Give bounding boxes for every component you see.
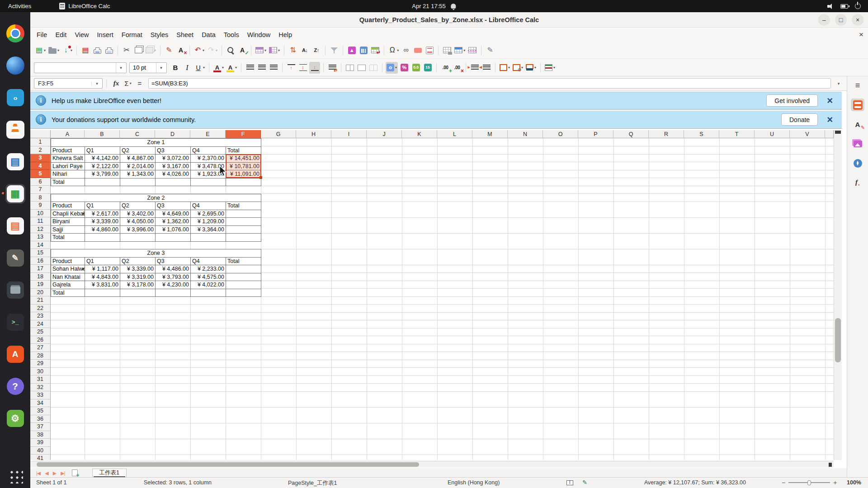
- sort-descending-button[interactable]: Z↑: [311, 44, 322, 56]
- dock-item-settings[interactable]: ⚙: [5, 408, 25, 428]
- vertical-scrollbar-thumb[interactable]: [835, 318, 841, 362]
- format-as-number-button[interactable]: 0.0: [410, 62, 421, 74]
- menu-format[interactable]: Format: [118, 29, 146, 40]
- header-cell[interactable]: Q3: [156, 258, 191, 266]
- dock-item-chrome[interactable]: [5, 23, 25, 43]
- zoom-percent-label[interactable]: 100%: [847, 479, 861, 486]
- system-tray[interactable]: [827, 3, 861, 9]
- row-header-10[interactable]: 10: [30, 210, 50, 218]
- maximize-button[interactable]: □: [835, 14, 847, 26]
- menu-styles[interactable]: Styles: [146, 29, 173, 40]
- value-cell[interactable]: ¥ 1,076.00: [156, 226, 191, 234]
- align-center-button[interactable]: [256, 62, 267, 74]
- name-box-dropdown-icon[interactable]: ▾: [91, 81, 102, 86]
- header-cell[interactable]: Q2: [120, 147, 156, 155]
- expand-formula-bar-icon[interactable]: ▾: [833, 81, 844, 86]
- value-cell[interactable]: ¥ 3,072.00: [156, 155, 191, 163]
- value-cell[interactable]: ¥ 4,843.00: [85, 273, 120, 282]
- dock-item-gimp[interactable]: ✎: [5, 248, 25, 268]
- value-cell[interactable]: ¥ 3,178.00: [120, 281, 156, 289]
- menu-view[interactable]: View: [71, 29, 93, 40]
- row-header-6[interactable]: 6: [30, 178, 50, 186]
- row-button[interactable]: ▾: [255, 44, 267, 56]
- dock-item-help[interactable]: ?: [5, 376, 25, 396]
- value-cell[interactable]: ¥ 2,233.00: [191, 265, 226, 273]
- row-header-11[interactable]: 11: [30, 217, 50, 225]
- total-value-cell[interactable]: [120, 234, 156, 242]
- header-cell[interactable]: Q1: [85, 258, 120, 266]
- conditional-formatting-button[interactable]: ▾: [544, 62, 556, 74]
- row-header-30[interactable]: 30: [30, 368, 50, 376]
- font-size-input[interactable]: [130, 63, 156, 72]
- align-bottom-button[interactable]: ↓: [309, 62, 320, 74]
- language-label[interactable]: English (Hong Kong): [448, 479, 500, 486]
- value-cell[interactable]: ¥ 3,319.00: [120, 273, 156, 282]
- row-header-31[interactable]: 31: [30, 375, 50, 384]
- show-draw-functions-button[interactable]: ✎: [485, 44, 495, 56]
- name-box[interactable]: F3:F5 ▾: [34, 78, 103, 89]
- row-header-14[interactable]: 14: [30, 241, 50, 249]
- value-cell[interactable]: ¥ 4,867.00: [120, 155, 156, 163]
- horizontal-scrollbar-thumb[interactable]: [37, 462, 419, 467]
- header-cell[interactable]: Q1: [85, 202, 120, 210]
- document-modified-icon[interactable]: ✎: [582, 479, 587, 486]
- styles-deck-button[interactable]: A: [851, 118, 864, 131]
- value-cell[interactable]: ¥ 3,793.00: [156, 273, 191, 282]
- row-header-8[interactable]: 8: [30, 194, 50, 202]
- column-header-K[interactable]: K: [402, 130, 437, 138]
- freeze-rows-and-columns-button[interactable]: ▾: [453, 44, 466, 56]
- get-involved-button[interactable]: Get involved: [766, 94, 818, 107]
- sidebar-menu-button[interactable]: ≡: [851, 79, 864, 92]
- headers-and-footers-button[interactable]: [424, 44, 435, 56]
- column-header-N[interactable]: N: [508, 130, 543, 138]
- border-style-button[interactable]: ▾: [512, 62, 524, 74]
- clock-menu[interactable]: Apr 21 17:55: [412, 3, 456, 9]
- redo-dropdown-icon[interactable]: ▾: [216, 48, 217, 52]
- properties-deck-button[interactable]: [851, 99, 864, 111]
- total-value-cell[interactable]: [156, 178, 191, 187]
- autofilter-button[interactable]: [329, 44, 340, 56]
- copy-button[interactable]: [133, 44, 144, 56]
- total-value-cell[interactable]: [156, 234, 191, 242]
- row-header-36[interactable]: 36: [30, 415, 50, 423]
- insert-image-button[interactable]: ▲: [346, 44, 357, 56]
- column-header-D[interactable]: D: [155, 130, 190, 138]
- column-header-V[interactable]: V: [790, 130, 825, 138]
- open-button[interactable]: ▾: [47, 44, 60, 56]
- value-cell[interactable]: ¥ 1,362.00: [156, 218, 191, 226]
- menu-edit[interactable]: Edit: [51, 29, 71, 40]
- total-label-cell[interactable]: Total: [51, 178, 85, 187]
- dock-item-vlc[interactable]: [5, 120, 25, 140]
- zoom-slider-handle[interactable]: [807, 480, 811, 485]
- insert-comment-button[interactable]: [412, 44, 423, 56]
- highlighting-color-dropdown-icon[interactable]: ▾: [235, 66, 237, 70]
- split-window-button[interactable]: [467, 44, 478, 56]
- infobar-close-icon[interactable]: ×: [827, 96, 833, 106]
- row-header-23[interactable]: 23: [30, 312, 50, 320]
- row-header-26[interactable]: 26: [30, 336, 50, 344]
- align-right-button[interactable]: [268, 62, 279, 74]
- product-cell[interactable]: Khewra Salt: [51, 155, 85, 163]
- donate-button[interactable]: Donate: [781, 113, 818, 126]
- menu-file[interactable]: File: [33, 29, 51, 40]
- row-header-27[interactable]: 27: [30, 344, 50, 352]
- bold-button[interactable]: B: [170, 62, 181, 74]
- header-cell[interactable]: Q4: [191, 258, 226, 266]
- selection-fill-handle[interactable]: [259, 176, 262, 179]
- previous-sheet-button[interactable]: ◀: [45, 470, 48, 476]
- value-cell[interactable]: [226, 210, 261, 218]
- infobar-close-icon[interactable]: ×: [827, 115, 833, 125]
- row-header-5[interactable]: 5: [30, 170, 50, 178]
- column-header-H[interactable]: H: [296, 130, 331, 138]
- save-button[interactable]: ↓▾: [61, 44, 73, 56]
- sheet-tab[interactable]: 工作表1: [92, 469, 127, 477]
- font-name-dropdown-icon[interactable]: ▾: [116, 63, 126, 73]
- paste-dropdown-icon[interactable]: ▾: [154, 48, 156, 52]
- conditional-formatting-dropdown-icon[interactable]: ▾: [553, 66, 555, 70]
- value-cell[interactable]: ¥ 2,695.00: [191, 210, 226, 218]
- row-header-17[interactable]: 17: [30, 265, 50, 273]
- find-and-replace-button[interactable]: [225, 44, 236, 56]
- define-print-area-button[interactable]: [442, 44, 453, 56]
- column-header-O[interactable]: O: [543, 130, 578, 138]
- zoom-slider[interactable]: [788, 482, 830, 483]
